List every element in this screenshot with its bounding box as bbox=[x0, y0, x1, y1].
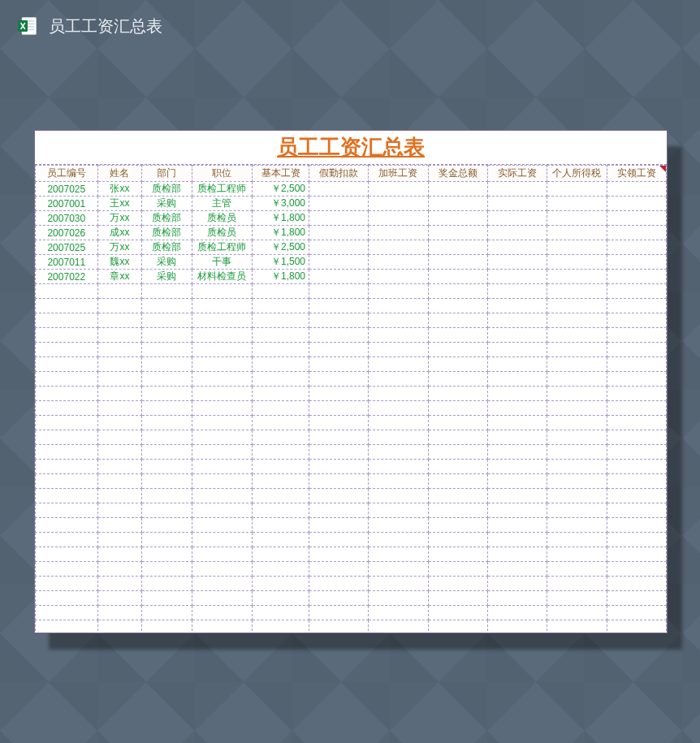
cell-empty[interactable] bbox=[142, 357, 192, 372]
cell-empty[interactable] bbox=[252, 328, 309, 343]
table-row[interactable] bbox=[36, 620, 667, 634]
cell-empty[interactable] bbox=[369, 591, 428, 606]
cell-empty[interactable] bbox=[487, 503, 547, 518]
cell-pos[interactable]: 主管 bbox=[192, 197, 252, 211]
cell-empty[interactable] bbox=[369, 357, 428, 372]
cell-empty[interactable] bbox=[309, 387, 369, 401]
cell-empty[interactable] bbox=[487, 547, 547, 562]
cell-empty[interactable] bbox=[607, 372, 666, 387]
cell-empty[interactable] bbox=[428, 547, 487, 562]
cell-empty[interactable] bbox=[252, 284, 309, 299]
cell-empty[interactable] bbox=[369, 562, 428, 577]
cell-empty[interactable] bbox=[142, 328, 192, 343]
cell-empty[interactable] bbox=[309, 518, 369, 533]
cell-empty[interactable] bbox=[607, 591, 666, 606]
cell-empty[interactable] bbox=[142, 474, 192, 489]
cell-empty[interactable] bbox=[607, 343, 666, 357]
table-row[interactable]: 2007030万xx质检部质检员￥1,800 bbox=[36, 211, 667, 226]
cell-empty[interactable] bbox=[309, 474, 369, 489]
cell-name[interactable]: 万xx bbox=[97, 240, 142, 255]
cell-empty[interactable] bbox=[142, 284, 192, 299]
cell-empty[interactable] bbox=[192, 401, 252, 416]
cell-empty[interactable] bbox=[309, 182, 369, 197]
cell-empty[interactable] bbox=[252, 518, 309, 533]
cell-empty[interactable] bbox=[487, 533, 547, 547]
cell-empty[interactable] bbox=[97, 357, 142, 372]
cell-empty[interactable] bbox=[252, 533, 309, 547]
cell-empty[interactable] bbox=[142, 372, 192, 387]
cell-empty[interactable] bbox=[192, 372, 252, 387]
cell-empty[interactable] bbox=[547, 489, 607, 503]
cell-empty[interactable] bbox=[252, 401, 309, 416]
cell-empty[interactable] bbox=[487, 401, 547, 416]
cell-empty[interactable] bbox=[487, 182, 547, 197]
cell-empty[interactable] bbox=[252, 460, 309, 474]
table-row[interactable] bbox=[36, 547, 667, 562]
cell-empty[interactable] bbox=[428, 606, 487, 620]
cell-empty[interactable] bbox=[369, 255, 428, 270]
cell-empty[interactable] bbox=[607, 533, 666, 547]
cell-empty[interactable] bbox=[142, 606, 192, 620]
cell-empty[interactable] bbox=[547, 270, 607, 284]
cell-empty[interactable] bbox=[97, 387, 142, 401]
cell-empty[interactable] bbox=[428, 533, 487, 547]
cell-empty[interactable] bbox=[309, 372, 369, 387]
cell-empty[interactable] bbox=[369, 445, 428, 460]
cell-empty[interactable] bbox=[607, 547, 666, 562]
cell-empty[interactable] bbox=[607, 255, 666, 270]
cell-empty[interactable] bbox=[428, 372, 487, 387]
col-income-tax[interactable]: 个人所得税 bbox=[547, 166, 607, 182]
table-row[interactable] bbox=[36, 533, 667, 547]
cell-empty[interactable] bbox=[36, 445, 98, 460]
cell-id[interactable]: 2007025 bbox=[36, 182, 98, 197]
cell-empty[interactable] bbox=[487, 299, 547, 313]
cell-empty[interactable] bbox=[142, 299, 192, 313]
cell-empty[interactable] bbox=[309, 299, 369, 313]
cell-empty[interactable] bbox=[142, 503, 192, 518]
cell-empty[interactable] bbox=[487, 270, 547, 284]
cell-empty[interactable] bbox=[309, 562, 369, 577]
cell-empty[interactable] bbox=[142, 343, 192, 357]
cell-name[interactable]: 成xx bbox=[97, 226, 142, 240]
cell-empty[interactable] bbox=[309, 313, 369, 328]
cell-empty[interactable] bbox=[97, 620, 142, 634]
cell-empty[interactable] bbox=[36, 577, 98, 591]
cell-empty[interactable] bbox=[369, 533, 428, 547]
cell-empty[interactable] bbox=[547, 211, 607, 226]
cell-empty[interactable] bbox=[252, 416, 309, 430]
cell-empty[interactable] bbox=[36, 533, 98, 547]
cell-empty[interactable] bbox=[487, 445, 547, 460]
cell-empty[interactable] bbox=[607, 577, 666, 591]
cell-empty[interactable] bbox=[192, 328, 252, 343]
cell-pos[interactable]: 质检员 bbox=[192, 226, 252, 240]
cell-empty[interactable] bbox=[547, 547, 607, 562]
col-pos[interactable]: 职位 bbox=[192, 166, 252, 182]
cell-empty[interactable] bbox=[428, 226, 487, 240]
col-base-salary[interactable]: 基本工资 bbox=[252, 166, 309, 182]
cell-empty[interactable] bbox=[97, 533, 142, 547]
cell-empty[interactable] bbox=[309, 211, 369, 226]
cell-empty[interactable] bbox=[607, 606, 666, 620]
cell-empty[interactable] bbox=[428, 591, 487, 606]
cell-empty[interactable] bbox=[487, 489, 547, 503]
cell-pos[interactable]: 质检工程师 bbox=[192, 240, 252, 255]
cell-empty[interactable] bbox=[547, 284, 607, 299]
cell-id[interactable]: 2007026 bbox=[36, 226, 98, 240]
cell-empty[interactable] bbox=[547, 197, 607, 211]
cell-empty[interactable] bbox=[252, 562, 309, 577]
cell-empty[interactable] bbox=[487, 328, 547, 343]
cell-empty[interactable] bbox=[36, 620, 98, 634]
cell-empty[interactable] bbox=[36, 313, 98, 328]
cell-empty[interactable] bbox=[309, 591, 369, 606]
cell-empty[interactable] bbox=[547, 518, 607, 533]
cell-name[interactable]: 魏xx bbox=[97, 255, 142, 270]
cell-empty[interactable] bbox=[607, 226, 666, 240]
cell-empty[interactable] bbox=[192, 620, 252, 634]
cell-empty[interactable] bbox=[97, 284, 142, 299]
table-row[interactable] bbox=[36, 460, 667, 474]
cell-empty[interactable] bbox=[428, 182, 487, 197]
cell-empty[interactable] bbox=[309, 197, 369, 211]
cell-name[interactable]: 张xx bbox=[97, 182, 142, 197]
cell-name[interactable]: 万xx bbox=[97, 211, 142, 226]
cell-empty[interactable] bbox=[36, 606, 98, 620]
